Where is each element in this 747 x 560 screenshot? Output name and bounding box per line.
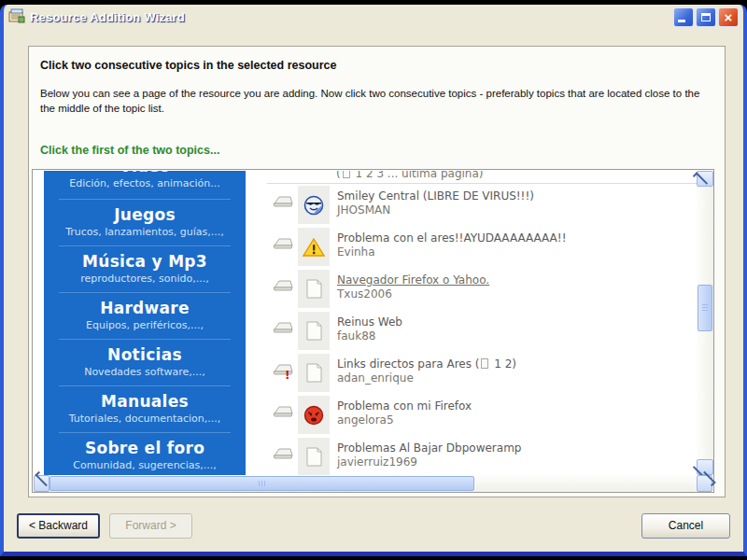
folder-icon	[272, 236, 294, 250]
category-desc: Trucos, lanzamientos, guías,...,	[44, 226, 246, 238]
wizard-prompt: Click the first of the two topics...	[40, 144, 219, 157]
forward-button[interactable]: Forward >	[109, 513, 192, 539]
topic-title[interactable]: Smiley Central (LIBRE DE VIRUS!!!)	[337, 189, 534, 203]
topic-author: angelora5	[337, 413, 394, 427]
sidebar-item-juegos[interactable]: Juegos Trucos, lanzamientos, guías,...,	[44, 205, 246, 238]
topic-title[interactable]: Problema con el ares!!AYUDAAAAAAAA!!	[337, 231, 566, 245]
topic-author: Txus2006	[337, 287, 392, 301]
folder-icon	[272, 404, 294, 418]
horizontal-scroll-thumb[interactable]	[49, 476, 474, 491]
scroll-up-button[interactable]	[697, 171, 713, 187]
folder-icon	[272, 278, 294, 292]
page-icon	[306, 279, 322, 299]
wizard-heading: Click two consecutive topics in the sele…	[40, 59, 336, 72]
topic-title[interactable]: Problemas Al Bajar Dbpoweramp	[337, 441, 521, 455]
divider	[59, 199, 231, 200]
category-desc: Equipos, periféricos,...,	[44, 319, 246, 331]
backward-button[interactable]: < Backward	[17, 513, 100, 539]
topic-row[interactable]: ! Links directos para Ares ( 1 2)adan_en…	[267, 352, 697, 394]
topic-row[interactable]: Smiley Central (LIBRE DE VIRUS!!!)JHOSMA…	[267, 184, 697, 226]
topic-row[interactable]: Navegador Firefox o Yahoo.Txus2006	[267, 268, 697, 310]
category-desc: Comunidad, sugerencias,...,	[44, 459, 246, 471]
warning-icon	[303, 237, 325, 258]
pagination-row[interactable]: ( 1 2 3 ... última página)	[267, 171, 697, 184]
cool-smiley-icon	[303, 195, 324, 216]
topic-row[interactable]: Problemas Al Bajar Dbpowerampjavierruiz1…	[267, 436, 697, 475]
category-desc: Tutoriales, documentacion,...,	[44, 413, 246, 425]
category-title[interactable]: Noticias	[44, 345, 246, 364]
page-icon	[306, 363, 322, 383]
minimize-icon	[678, 20, 685, 22]
topic-title[interactable]: Reinus Web	[337, 315, 402, 329]
angry-smiley-icon	[303, 405, 324, 426]
scroll-left-button[interactable]	[34, 475, 49, 492]
sidebar-item-musica[interactable]: Música y Mp3 reproductores, sonido,...,	[44, 252, 246, 285]
divider	[59, 432, 231, 433]
hot-topic-icon: !	[285, 369, 289, 382]
topic-author: JHOSMAN	[337, 203, 390, 217]
divider	[59, 339, 231, 340]
pages-icon	[481, 358, 488, 369]
category-title[interactable]: Hardware	[44, 299, 246, 317]
pagination-text: 1 2 3 ... última página)	[352, 171, 484, 180]
horizontal-scrollbar[interactable]	[34, 475, 712, 492]
title-bar[interactable]: Resource Addition Wizard ×	[4, 5, 743, 30]
topic-title-link[interactable]: Navegador Firefox o Yahoo.	[337, 273, 489, 287]
forum-sidebar: Vídeo Edición, efectos, animación... Jue…	[44, 171, 246, 475]
pages-icon	[343, 171, 350, 178]
pagination-text: (	[336, 171, 341, 180]
category-title[interactable]: Manuales	[44, 392, 246, 411]
topic-row[interactable]: Reinus Webfauk88	[267, 310, 697, 352]
topic-author: Evinha	[337, 245, 375, 259]
thumb-grip	[259, 481, 260, 486]
sidebar-item-hardware[interactable]: Hardware Equipos, periféricos,...,	[44, 299, 246, 331]
folder-icon	[272, 320, 294, 334]
wizard-panel: Click two consecutive topics in the sele…	[28, 46, 726, 497]
page-icon	[306, 321, 322, 341]
divider	[59, 245, 231, 246]
sidebar-item-noticias[interactable]: Noticias Novedades software,...,	[44, 345, 246, 378]
cancel-button[interactable]: Cancel	[641, 513, 730, 539]
category-desc: Novedades software,...,	[44, 366, 246, 378]
divider	[59, 385, 231, 386]
topic-author: fauk88	[337, 329, 375, 343]
maximize-button[interactable]	[696, 7, 716, 27]
category-title[interactable]: Juegos	[44, 205, 246, 224]
resource-preview: Vídeo Edición, efectos, animación... Jue…	[32, 169, 714, 493]
divider	[59, 292, 231, 293]
sidebar-category-partial[interactable]: Vídeo	[44, 171, 246, 174]
app-icon	[8, 8, 25, 27]
wizard-instructions: Below you can see a page of the resource…	[40, 86, 712, 116]
folder-icon	[272, 194, 294, 208]
category-title[interactable]: Música y Mp3	[44, 252, 246, 271]
page-icon	[306, 447, 322, 467]
sidebar-item-manuales[interactable]: Manuales Tutoriales, documentacion,...,	[44, 392, 246, 425]
close-button[interactable]: ×	[718, 7, 739, 27]
minimize-button[interactable]	[673, 7, 694, 27]
category-title[interactable]: Sobre el foro	[44, 439, 246, 457]
topic-title-text: 1 2)	[490, 357, 516, 371]
wizard-window: Resource Addition Wizard × Click two con…	[0, 5, 747, 556]
maximize-icon	[701, 13, 711, 21]
folder-icon	[272, 446, 294, 460]
vertical-scroll-thumb[interactable]	[698, 285, 712, 331]
sidebar-item-sobre-el-foro[interactable]: Sobre el foro Comunidad, sugerencias,...…	[44, 439, 246, 471]
topic-title-text: Links directos para Ares (	[337, 357, 479, 371]
topic-title[interactable]: Links directos para Ares ( 1 2)	[337, 357, 516, 371]
topic-row[interactable]: Problema con el ares!!AYUDAAAAAAAA!!Evin…	[267, 226, 697, 268]
category-desc: reproductores, sonido,...,	[44, 273, 246, 285]
page-viewport: Vídeo Edición, efectos, animación... Jue…	[34, 171, 697, 475]
folder-icon	[272, 362, 294, 376]
thumb-grip	[702, 304, 708, 305]
close-icon: ×	[719, 8, 738, 26]
topic-author: javierruiz1969	[337, 455, 417, 469]
topic-title[interactable]: Problema con mi Firefox	[337, 399, 472, 413]
vertical-scrollbar[interactable]	[697, 171, 713, 475]
topic-row[interactable]: Problema con mi Firefoxangelora5	[267, 394, 697, 436]
window-title: Resource Addition Wizard	[30, 10, 673, 24]
scroll-right-button[interactable]	[697, 475, 712, 492]
topic-author: adan_enrique	[337, 371, 414, 385]
topic-list: ( 1 2 3 ... última página) Smiley Centra…	[267, 171, 697, 475]
sidebar-category-partial-desc[interactable]: Edición, efectos, animación...	[44, 177, 246, 189]
